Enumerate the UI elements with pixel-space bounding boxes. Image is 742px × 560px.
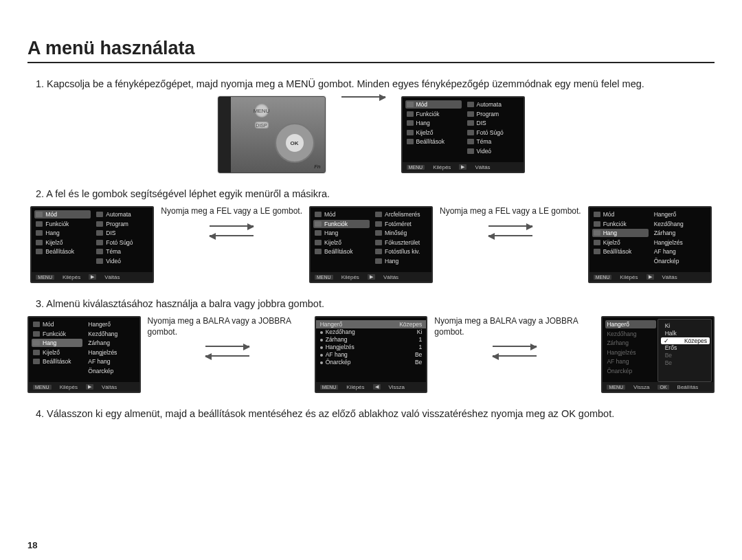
- list-item: Önarckép: [653, 257, 709, 265]
- list-item: Fotó Súgó: [466, 128, 522, 137]
- list-item: Mód: [313, 210, 370, 219]
- list-item: Téma: [466, 137, 522, 146]
- lcd-screen-a: Mód Funkciók Hang Kijelző Beállítások Au…: [30, 206, 154, 283]
- fn-label: Fn: [314, 164, 320, 170]
- arrow-left-icon: [493, 355, 537, 357]
- arrow-set-2b: Nyomja meg a FEL vagy a LE gombot.: [440, 206, 581, 236]
- list-item: Hang: [313, 229, 370, 237]
- list-item: Automata: [466, 100, 522, 109]
- list-item: Beállítások: [405, 137, 462, 146]
- arrow-set-3b: Nyomja meg a BALRA vagy a JOBBRA gombot.: [434, 316, 594, 357]
- list-item: Funkciók: [405, 110, 462, 118]
- lcd-screen-e: Hangerő Közepes KezdőhangKi Zárhang1 Han…: [315, 316, 428, 393]
- list-item: Hang: [374, 257, 430, 265]
- arrow-right-icon: [205, 346, 249, 347]
- step-3-figure-row: Mód Funkciók Hang Kijelző Beállítások Ha…: [27, 316, 715, 393]
- list-item: Fotó Súgó: [95, 238, 151, 247]
- list-item: Téma: [95, 247, 151, 256]
- option-item: Halk: [661, 330, 710, 337]
- list-item: AF hangBe: [316, 351, 427, 359]
- list-item: Mód: [592, 210, 649, 219]
- menu-button-icon: MENU: [255, 104, 269, 117]
- list-item: Hang: [34, 229, 91, 237]
- list-item: AF hang: [87, 357, 137, 366]
- list-item: Mód: [32, 320, 82, 328]
- arrow-set-3a: Nyomja meg a BALRA vagy a JOBBRA gombot.: [148, 316, 308, 357]
- list-item: Kezdőhang: [87, 330, 137, 338]
- list-item: Kezdőhang: [605, 330, 655, 338]
- arrow-right-icon: [493, 346, 537, 347]
- page-title: A menü használata: [27, 38, 715, 59]
- list-item: Funkciók: [34, 220, 91, 228]
- list-item: Mód: [405, 100, 462, 109]
- list-item: Zárhang: [605, 339, 655, 347]
- list-item: ÖnarcképBe: [316, 359, 427, 366]
- option-item: Be: [661, 352, 710, 359]
- list-item: Fotóméret: [374, 220, 430, 228]
- list-item: Hangerő: [605, 320, 655, 328]
- list-item: Hangerő: [87, 320, 137, 328]
- list-item: DIS: [466, 119, 522, 127]
- list-item: Hangjelzés: [605, 348, 655, 357]
- step-1-figure-row: MENU DISP OK Fn Mód Funkciók Hang Kijelz…: [27, 96, 715, 173]
- lcd-screen-d: Mód Funkciók Hang Kijelző Beállítások Ha…: [27, 316, 141, 393]
- list-item: Minőség: [374, 229, 430, 237]
- caption-updown: Nyomja meg a FEL vagy a LE gombot.: [161, 206, 302, 217]
- lcd-screen-b: Mód Funkciók Hang Kijelző Beállítások Ar…: [309, 206, 433, 283]
- list-item: Beállítások: [32, 357, 82, 366]
- list-item: Beállítások: [592, 247, 649, 256]
- option-item: Erős: [661, 344, 710, 352]
- step-1-text: 1. Kapcsolja be a fényképezőgépet, majd …: [27, 78, 715, 89]
- ok-button-icon: OK: [286, 134, 304, 152]
- list-item: DIS: [95, 229, 151, 237]
- list-item: Hang: [32, 339, 82, 347]
- step-3-text: 3. Almenü kiválasztásához használja a ba…: [27, 298, 715, 309]
- camera-illustration: MENU DISP OK Fn: [218, 96, 326, 173]
- list-item: Zárhang: [653, 229, 709, 237]
- arrow-set-1: [333, 96, 394, 98]
- list-item: Funkciók: [592, 220, 649, 228]
- arrow-left-icon: [205, 355, 249, 357]
- arrow-left-icon: [488, 235, 532, 236]
- list-item: Zárhang1: [316, 336, 427, 344]
- option-item: Be: [661, 359, 710, 367]
- page-number: 18: [27, 540, 37, 550]
- list-item: Hangjelzés: [87, 348, 137, 357]
- list-item: Hangjelzés: [653, 238, 709, 247]
- list-item: Program: [466, 110, 522, 118]
- arrow-right-icon: [488, 225, 532, 227]
- option-item: Ki: [661, 322, 710, 330]
- list-item: AF hang: [653, 247, 709, 256]
- list-item-selected: Hangerő Közepes: [316, 320, 427, 328]
- step-2-text: 2. A fel és le gombok segítségével léphe…: [27, 188, 715, 199]
- list-item: Mód: [34, 210, 91, 219]
- list-item: Funkciók: [313, 220, 370, 228]
- caption-leftright: Nyomja meg a BALRA vagy a JOBBRA gombot.: [434, 316, 594, 337]
- list-item: Program: [95, 220, 151, 228]
- list-item: Kijelző: [313, 238, 370, 247]
- list-item: Zárhang: [87, 339, 137, 347]
- list-item: Hangerő: [653, 210, 709, 219]
- list-item: Videó: [466, 147, 522, 155]
- arrow-left-icon: [210, 235, 254, 236]
- step-2-figure-row: Mód Funkciók Hang Kijelző Beállítások Au…: [27, 206, 715, 283]
- list-item: AF hang: [605, 357, 655, 366]
- menu-badge: MENU: [407, 165, 425, 170]
- list-item: Arcfelismerés: [374, 210, 430, 219]
- title-rule: [27, 62, 715, 63]
- list-item: Kijelző: [405, 128, 462, 137]
- list-item: Beállítások: [313, 247, 370, 256]
- list-item: Önarckép: [605, 367, 655, 375]
- step-4-text: 4. Válasszon ki egy almenüt, majd a beál…: [27, 408, 715, 419]
- list-item: Fotóstílus kiv.: [374, 247, 430, 256]
- list-item: Kijelző: [34, 238, 91, 247]
- arrow-right-icon: [341, 96, 385, 98]
- list-item: Kijelző: [592, 238, 649, 247]
- lcd-footer: MENU Kilépés ▶ Váltás: [403, 162, 524, 172]
- nav-ring-icon: OK: [275, 123, 315, 163]
- list-item: KezdőhangKi: [316, 328, 427, 336]
- list-item: Beállítások: [34, 247, 91, 256]
- list-item: Kezdőhang: [653, 220, 709, 228]
- list-item: Kijelző: [32, 348, 82, 357]
- arrow-set-2a: Nyomja meg a FEL vagy a LE gombot.: [161, 206, 302, 236]
